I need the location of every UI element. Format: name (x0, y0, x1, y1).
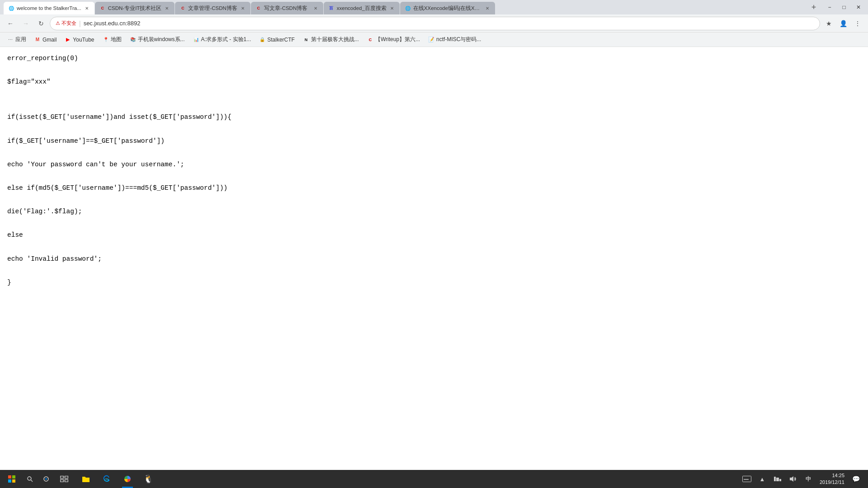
code-line: die('Flag:'.$flag); (7, 206, 861, 217)
bookmark-windows[interactable]: 📚 手机装windows系... (126, 34, 189, 45)
code-line: error_reporting(0) (7, 52, 861, 64)
code-line (7, 194, 861, 206)
taskbar-edge[interactable] (97, 470, 117, 488)
bookmark-geek[interactable]: N 第十届极客大挑战... (299, 34, 363, 45)
taskbar-chevron-up[interactable]: ▲ (755, 470, 769, 488)
forward-button: → (19, 17, 33, 30)
svg-point-4 (28, 477, 31, 480)
code-line (7, 170, 861, 182)
tab-close-button[interactable]: ✕ (389, 5, 395, 11)
taskbar-qq[interactable]: 🐧 (138, 470, 158, 488)
code-line (7, 99, 861, 111)
notion-icon: 📝 (428, 37, 434, 43)
tab-favicon: C (99, 5, 106, 11)
svg-rect-0 (8, 475, 11, 479)
cortana-button[interactable] (38, 470, 54, 488)
code-line: } (7, 277, 861, 288)
bookmark-apps[interactable]: ⋯ 应用 (4, 34, 30, 45)
svg-rect-19 (774, 477, 776, 481)
account-button[interactable]: 👤 (836, 17, 850, 30)
taskbar-right: ▲ 中 14:25 2019/12/11 💬 (736, 470, 866, 488)
svg-rect-12 (742, 476, 751, 482)
svg-marker-21 (790, 476, 793, 482)
tab-tab4[interactable]: C 写文章-CSDN博客 ✕ (251, 2, 323, 14)
bookmark-button[interactable]: ★ (822, 17, 835, 30)
taskbar-notification-button[interactable]: 💬 (849, 470, 863, 488)
taskbar-volume-icon[interactable] (786, 470, 800, 488)
maps-icon: 📍 (103, 37, 109, 43)
time-display: 14:25 (820, 472, 844, 479)
tab-favicon: C (179, 5, 186, 11)
tab-tab1[interactable]: 🌐 welcome to the StalkerTra... ✕ (4, 2, 94, 14)
window-controls: − □ ✕ (824, 1, 864, 13)
tab-strip: 🌐 welcome to the StalkerTra... ✕ C CSDN-… (4, 0, 807, 14)
new-tab-button[interactable]: + (807, 1, 820, 14)
menu-button[interactable]: ⋮ (851, 17, 864, 30)
maximize-button[interactable]: □ (838, 1, 850, 13)
code-line: echo 'Invalid password'; (7, 253, 861, 265)
taskbar-file-explorer[interactable] (76, 470, 96, 488)
tab-favicon: C (255, 5, 262, 11)
bookmark-maps[interactable]: 📍 地图 (99, 34, 125, 45)
start-button[interactable] (2, 470, 22, 488)
svg-line-5 (31, 480, 33, 482)
tab-close-button[interactable]: ✕ (312, 5, 319, 11)
tab-tab5[interactable]: 百 xxencoded_百度搜索 ✕ (324, 2, 400, 14)
chart-icon: 📊 (193, 37, 199, 43)
bookmark-gmail[interactable]: M Gmail (31, 35, 60, 44)
taskbar-network-icon[interactable] (771, 470, 784, 488)
svg-rect-2 (8, 479, 11, 483)
warning-icon: ⚠ (56, 20, 60, 26)
tab-favicon: 🌐 (405, 5, 411, 11)
taskbar-chrome[interactable] (118, 470, 137, 488)
taskbar-ime-icon[interactable]: 中 (802, 470, 815, 488)
svg-rect-18 (776, 478, 779, 481)
search-button[interactable] (22, 470, 38, 488)
code-line (7, 64, 861, 76)
navigation-bar: ← → ↻ ⚠ 不安全 | sec.jxust.edu.cn:8892 ★ 👤 … (0, 14, 868, 33)
bookmark-experiment[interactable]: 📊 A:求多形式 - 实验1... (189, 34, 255, 45)
code-line (7, 123, 861, 135)
svg-rect-3 (12, 479, 15, 483)
tab-favicon: 🌐 (8, 5, 14, 11)
tab-close-button[interactable]: ✕ (240, 5, 246, 11)
minimize-button[interactable]: − (824, 1, 835, 13)
taskbar-keyboard-layout[interactable] (740, 470, 754, 488)
bookmark-youtube[interactable]: ▶ YouTube (61, 35, 98, 44)
back-button[interactable]: ← (4, 17, 17, 30)
taskbar-clock[interactable]: 14:25 2019/12/11 (817, 472, 847, 486)
tab-favicon: 百 (328, 5, 335, 11)
address-bar[interactable]: ⚠ 不安全 | sec.jxust.edu.cn:8892 (50, 17, 820, 30)
page-content: error_reporting(0)$flag="xxx"if(isset($_… (0, 47, 868, 470)
close-button[interactable]: ✕ (853, 1, 864, 13)
bookmark-nctf[interactable]: 📝 nctf-MISC与密码... (425, 34, 485, 45)
svg-rect-20 (779, 479, 781, 481)
tab-tab2[interactable]: C CSDN-专业IT技术社区 ✕ (95, 2, 175, 14)
tab-close-button[interactable]: ✕ (84, 5, 90, 11)
tab-close-button[interactable]: ✕ (484, 5, 491, 11)
code-line (7, 147, 861, 159)
svg-point-7 (45, 478, 47, 480)
svg-rect-11 (65, 480, 68, 482)
csdn-icon: C (367, 37, 373, 43)
tab-tab3[interactable]: C 文章管理-CSDN博客 ✕ (175, 2, 250, 14)
tab-tab6[interactable]: 🌐 在线XXencode编码|在线XX... ✕ (400, 2, 495, 14)
task-view-button[interactable] (54, 470, 74, 488)
date-display: 2019/12/11 (820, 479, 844, 486)
tab-label: 文章管理-CSDN博客 (188, 5, 237, 12)
code-line: else if(md5($_GET['username'])===md5($_G… (7, 182, 861, 194)
windows-icon: 📚 (130, 37, 136, 43)
apps-icon: ⋯ (7, 37, 14, 43)
nav-right-icons: ★ 👤 ⋮ (822, 17, 864, 30)
bookmarks-bar: ⋯ 应用 M Gmail ▶ YouTube 📍 地图 📚 手机装windows… (0, 33, 868, 47)
tab-label: welcome to the StalkerTra... (17, 5, 81, 11)
tab-label: CSDN-专业IT技术社区 (108, 5, 162, 12)
refresh-button[interactable]: ↻ (34, 17, 48, 30)
taskbar-apps: 🐧 (74, 470, 736, 488)
geek-icon: N (303, 37, 309, 43)
bookmark-writeup[interactable]: C 【Writeup】第六... (363, 34, 424, 45)
code-line (7, 241, 861, 253)
youtube-icon: ▶ (65, 37, 71, 43)
bookmark-stalkerctf[interactable]: 🔒 StalkerCTF (255, 35, 298, 44)
tab-close-button[interactable]: ✕ (164, 5, 170, 11)
